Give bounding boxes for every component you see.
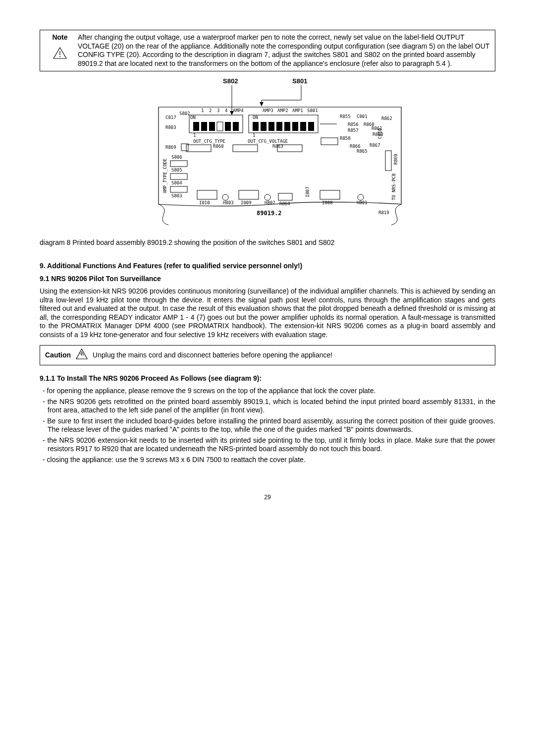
svg-text:4: 4 (225, 108, 227, 113)
svg-rect-31 (253, 122, 259, 131)
svg-text:ON: ON (190, 115, 196, 120)
svg-rect-59 (186, 145, 211, 152)
list-item: the NRS 90206 gets retrofitted on the pr… (40, 398, 495, 415)
svg-text:AMP3: AMP3 (263, 108, 273, 113)
svg-text:3: 3 (217, 108, 219, 113)
svg-text:R867: R867 (370, 143, 380, 148)
svg-text:R864: R864 (279, 201, 290, 206)
svg-text:S802: S802 (179, 111, 190, 116)
page-number: 29 (40, 494, 495, 501)
svg-rect-62 (321, 138, 338, 145)
s801-label: S801 (292, 77, 307, 85)
s802-label: S802 (223, 77, 238, 85)
svg-text:H801: H801 (357, 200, 368, 205)
section-9-1-1-heading: 9.1.1 To Install The NRS 90206 Proceed A… (40, 374, 495, 383)
svg-rect-67 (170, 161, 187, 167)
svg-point-87 (358, 194, 364, 200)
install-steps-list: for opening the appliance, please remove… (40, 387, 495, 464)
list-item: for opening the appliance, please remove… (40, 387, 495, 396)
svg-text:H803: H803 (223, 200, 234, 205)
svg-text:S806: S806 (171, 155, 182, 160)
svg-text:C801: C801 (357, 114, 368, 119)
svg-rect-79 (278, 193, 292, 200)
svg-text:OUT_CFG_VOLTAGE: OUT_CFG_VOLTAGE (248, 139, 288, 144)
danger-triangle-icon (76, 349, 88, 362)
note-text: After changing the output voltage, use a… (78, 30, 495, 71)
note-box: Note After changing the output voltage, … (40, 30, 495, 71)
svg-text:AMP_TYPE_CODE: AMP_TYPE_CODE (162, 159, 167, 193)
list-item: the NRS 90206 extension-kit needs to be … (40, 436, 495, 454)
section-9-1-body: Using the extension-kit NRS 90206 provid… (40, 287, 495, 339)
svg-rect-26 (209, 122, 215, 131)
svg-text:ON: ON (253, 115, 258, 120)
svg-text:R866: R866 (350, 144, 361, 149)
svg-rect-27 (217, 122, 223, 131)
svg-text:R803: R803 (165, 125, 176, 130)
svg-text:R856: R856 (348, 122, 359, 127)
caution-text: Unplug the mains cord and disconnect bat… (93, 351, 332, 360)
svg-text:R869: R869 (393, 154, 398, 165)
svg-point-86 (265, 194, 270, 200)
svg-text:R855: R855 (340, 114, 351, 119)
svg-text:AMP2: AMP2 (277, 108, 288, 113)
svg-text:S801: S801 (307, 108, 318, 113)
svg-text:I808: I808 (322, 200, 333, 205)
svg-point-85 (222, 194, 228, 200)
svg-text:I807: I807 (305, 186, 310, 197)
svg-rect-30 (249, 115, 318, 133)
list-item: Be sure to first insert the included boa… (40, 417, 495, 434)
svg-text:R819: R819 (378, 210, 389, 215)
svg-rect-60 (233, 145, 258, 152)
svg-text:R862: R862 (381, 116, 392, 121)
svg-text:S803: S803 (171, 193, 182, 198)
svg-marker-8 (260, 102, 264, 106)
svg-text:1: 1 (253, 133, 255, 138)
svg-rect-33 (268, 122, 274, 131)
svg-text:H802: H802 (265, 200, 275, 205)
svg-rect-37 (300, 122, 306, 131)
diagram-8-caption: diagram 8 Printed board assembly 89019.2… (40, 238, 495, 247)
svg-rect-28 (225, 122, 231, 131)
svg-rect-24 (193, 122, 199, 131)
svg-point-2 (59, 56, 60, 57)
diagram-8-container: .t { font-family: monospace; font-size: … (40, 76, 495, 233)
section-9-heading: 9. Additional Functions And Features (re… (40, 262, 495, 271)
svg-text:C810: C810 (377, 128, 382, 139)
svg-rect-25 (201, 122, 207, 131)
warning-triangle-icon (53, 47, 67, 59)
note-left-col: Note (40, 30, 78, 64)
svg-text:I009: I009 (241, 200, 252, 205)
svg-rect-82 (320, 190, 340, 199)
svg-rect-32 (261, 122, 267, 131)
svg-rect-89 (385, 151, 391, 171)
svg-rect-36 (292, 122, 298, 131)
section-9-1-heading: 9.1 NRS 90206 Pilot Ton Surveillance (40, 275, 495, 284)
note-label: Note (45, 33, 75, 42)
svg-text:S804: S804 (171, 180, 182, 185)
svg-text:I010: I010 (199, 200, 210, 205)
svg-text:1: 1 (201, 108, 204, 113)
svg-rect-71 (170, 186, 187, 192)
svg-text:OUT_CFG_TYPE: OUT_CFG_TYPE (193, 139, 225, 144)
caution-box: Caution Unplug the mains cord and discon… (40, 345, 495, 365)
svg-text:1: 1 (193, 133, 196, 138)
svg-rect-73 (197, 190, 217, 199)
svg-rect-69 (170, 174, 187, 179)
svg-text:R858: R858 (340, 136, 351, 141)
caution-label: Caution (45, 351, 71, 360)
svg-text:AMP1: AMP1 (292, 108, 303, 113)
pcb-diagram-svg: .t { font-family: monospace; font-size: … (124, 76, 411, 230)
svg-rect-38 (308, 122, 314, 131)
svg-text:2: 2 (209, 108, 212, 113)
svg-rect-35 (284, 122, 290, 131)
list-item: closing the appliance: use the 9 screws … (40, 456, 495, 465)
svg-text:R865: R865 (357, 149, 368, 154)
svg-rect-29 (233, 122, 239, 131)
svg-text:R869: R869 (165, 145, 176, 150)
svg-text:AMP4: AMP4 (233, 108, 244, 113)
svg-text:C817: C817 (165, 115, 176, 120)
svg-text:R857: R857 (348, 128, 359, 133)
svg-rect-76 (239, 190, 259, 199)
svg-rect-34 (276, 122, 282, 131)
svg-text:TO NRS-PCB: TO NRS-PCB (391, 174, 396, 200)
